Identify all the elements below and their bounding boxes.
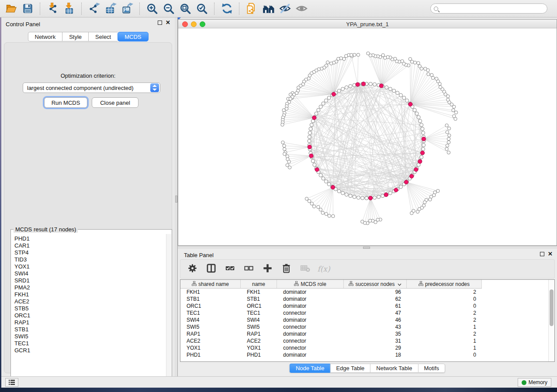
network-leaf-node[interactable] [308,74,311,77]
network-hub-node[interactable] [414,168,418,172]
network-node[interactable] [345,86,348,89]
network-leaf-node[interactable] [369,219,372,222]
network-node[interactable] [322,102,325,105]
network-node[interactable] [388,87,392,91]
network-leaf-node[interactable] [287,160,291,163]
cell-successor-nodes[interactable]: 61 [344,303,407,309]
column-header-successor-nodes[interactable]: successor nodes [344,280,407,288]
network-node[interactable] [396,91,399,95]
network-node[interactable] [341,191,345,195]
cell-MCDS-role[interactable]: connector [277,345,344,351]
network-leaf-node[interactable] [423,201,426,204]
network-node[interactable] [308,131,311,134]
network-hub-node[interactable] [422,137,426,141]
network-hub-node[interactable] [404,180,408,184]
cell-predecessor-nodes[interactable]: 2 [407,310,482,316]
network-leaf-node[interactable] [453,114,456,117]
network-leaf-node[interactable] [424,67,427,70]
network-leaf-node[interactable] [328,214,331,217]
float-panel-icon[interactable] [540,252,544,256]
network-node[interactable] [341,87,345,91]
cell-successor-nodes[interactable]: 62 [344,296,407,302]
show-all-eye-button[interactable] [293,2,310,16]
network-window-titlebar[interactable]: YPA_prune.txt_1 [178,20,557,28]
column-header-MCDS-role[interactable]: MCDS role [277,280,344,288]
vertical-splitter[interactable] [175,17,178,376]
zoom-selected-button[interactable] [194,2,210,16]
network-node[interactable] [337,89,341,93]
network-leaf-node[interactable] [448,134,451,137]
network-leaf-node[interactable] [308,199,311,203]
network-leaf-node[interactable] [310,202,313,205]
network-node[interactable] [369,82,372,86]
network-node[interactable] [381,194,384,198]
cell-predecessor-nodes[interactable]: 0 [407,296,482,302]
network-node[interactable] [415,112,419,115]
export-table-button[interactable] [102,2,119,16]
network-hub-node[interactable] [421,151,425,155]
horizontal-splitter[interactable] [178,246,557,249]
network-leaf-node[interactable] [281,141,284,144]
cell-predecessor-nodes[interactable]: 0 [407,352,482,358]
cell-shared-name[interactable]: YOX1 [180,345,241,351]
network-node[interactable] [327,96,331,100]
cell-predecessor-nodes[interactable]: 1 [407,338,482,344]
cell-MCDS-role[interactable]: dominator [277,303,344,309]
cell-name[interactable]: YOX1 [241,345,277,351]
criterion-dropdown[interactable]: largest connected component (undirected) [23,83,160,93]
network-node[interactable] [313,163,316,166]
network-leaf-node[interactable] [281,123,284,126]
browse-mode-columns-button[interactable] [205,263,217,275]
tab-network[interactable]: Network [28,32,62,41]
network-hub-node[interactable] [332,92,336,96]
network-hub-node[interactable] [315,168,319,172]
zoom-in-button[interactable] [144,2,160,16]
network-node[interactable] [388,191,392,195]
network-node[interactable] [402,96,406,100]
network-leaf-node[interactable] [454,111,457,114]
network-node[interactable] [337,189,341,193]
network-leaf-node[interactable] [325,212,328,215]
deselect-all-checkboxes-button[interactable] [243,263,254,275]
network-node[interactable] [413,108,416,112]
cell-name[interactable]: RAP1 [241,331,277,337]
network-node[interactable] [420,123,423,127]
select-all-checkboxes-button[interactable] [224,263,235,275]
save-session-button[interactable] [19,2,36,16]
network-leaf-node[interactable] [367,52,370,55]
table-row[interactable]: STB1STB1dominator620 [180,296,548,303]
network-hub-node[interactable] [308,145,311,149]
network-leaf-node[interactable] [289,97,292,100]
network-leaf-node[interactable] [445,147,448,150]
mcds-result-scrollbar[interactable] [166,234,171,390]
network-hub-node[interactable] [394,188,398,192]
cell-name[interactable]: TEC1 [241,310,277,316]
network-leaf-node[interactable] [283,148,286,151]
import-table-button[interactable] [61,2,77,16]
cell-predecessor-nodes[interactable]: 0 [407,303,482,309]
close-panel-icon[interactable]: ✕ [166,21,170,25]
network-hub-node[interactable] [410,174,414,178]
network-leaf-node[interactable] [332,214,335,217]
cell-MCDS-role[interactable]: dominator [277,352,344,358]
cell-successor-nodes[interactable]: 29 [344,345,407,351]
export-image-button[interactable] [119,2,135,16]
table-scrollbar-track[interactable] [548,280,554,361]
network-leaf-node[interactable] [416,210,419,213]
cell-predecessor-nodes[interactable]: 2 [407,331,482,337]
network-leaf-node[interactable] [446,131,449,134]
close-panel-icon[interactable]: ✕ [548,252,553,256]
network-node[interactable] [365,196,368,200]
network-leaf-node[interactable] [326,61,329,64]
tab-mcds[interactable]: MCDS [118,32,148,41]
network-node[interactable] [319,174,322,177]
network-leaf-node[interactable] [417,62,420,65]
network-node[interactable] [417,116,420,119]
network-leaf-node[interactable] [321,211,324,214]
network-leaf-node[interactable] [345,55,348,58]
export-network-button[interactable] [86,2,102,16]
network-leaf-node[interactable] [350,53,353,56]
network-leaf-node[interactable] [381,54,384,57]
network-leaf-node[interactable] [430,73,433,76]
network-hub-node[interactable] [331,185,335,189]
